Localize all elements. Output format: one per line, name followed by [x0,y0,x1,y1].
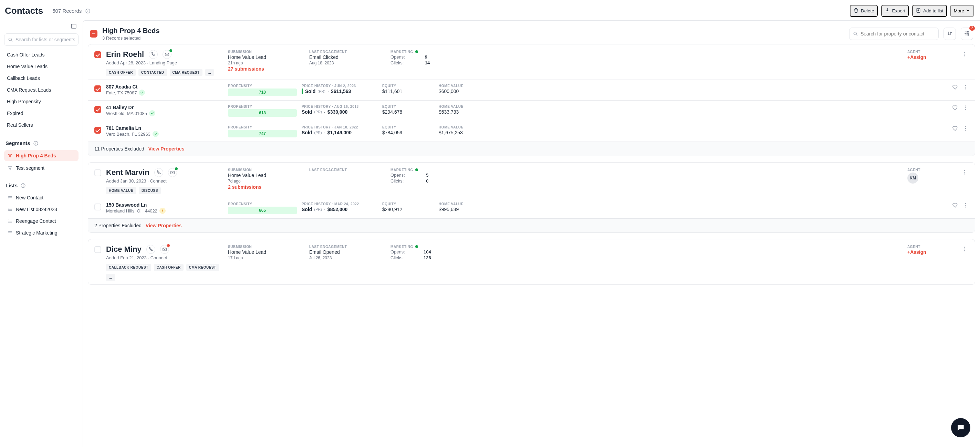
row-menu-button[interactable] [963,126,969,133]
row-checkbox[interactable] [94,246,101,253]
row-checkbox[interactable] [94,169,101,176]
main-search-input[interactable] [849,27,939,40]
property-address[interactable]: 150 Basswood Ln [106,202,223,208]
favorite-button[interactable] [952,105,958,112]
row-checkbox[interactable] [94,51,101,58]
list-item[interactable]: New Contact [4,192,78,203]
tag-chip[interactable]: CASH OFFER [106,69,136,76]
propensity-score: 747 [228,130,297,137]
row-checkbox[interactable] [94,204,101,210]
tag-chip[interactable]: CMA REQUEST [186,264,219,271]
agent-label: AGENT [907,168,956,172]
row-menu-button[interactable] [963,105,969,112]
contact-name[interactable]: Kent Marvin [106,168,150,177]
list-item[interactable]: New List 08242023 [4,204,78,215]
segment-item[interactable]: Test segment [4,162,78,173]
sidebar-nav-item[interactable]: Expired [4,108,78,119]
row-checkbox[interactable] [94,85,101,92]
info-icon[interactable] [85,8,91,14]
favorite-button[interactable] [952,84,958,91]
sidebar-nav-item[interactable]: Home Value Leads [4,61,78,72]
favorite-button[interactable] [952,202,958,209]
row-checkbox[interactable] [94,127,101,134]
tag-chip[interactable]: CMA REQUEST [170,69,202,76]
sidebar-nav-item[interactable]: Cash Offer Leads [4,49,78,60]
add-to-list-button[interactable]: Add to list [912,5,947,17]
delete-button[interactable]: Delete [850,5,878,17]
sort-button[interactable] [943,27,956,40]
sidebar-search-input[interactable] [4,33,78,46]
row-menu-button[interactable] [963,202,969,209]
home-value-value: $600,000 [439,89,490,94]
opens-label: Opens: [390,173,422,178]
excluded-text: 11 Properties Excluded [94,146,144,151]
list-label: New List 08242023 [16,207,57,212]
chat-fab[interactable] [951,418,970,437]
sidebar-nav-item[interactable]: Real Sellers [4,119,78,130]
submission-label: SUBMISSION [228,168,297,172]
tag-chip[interactable]: HOME VALUE [106,187,136,194]
price-history-label: PRICE HISTORY · AUG 16, 2013 [302,105,377,108]
view-properties-link[interactable]: View Properties [148,146,185,151]
phone-icon[interactable] [146,245,155,254]
assign-link[interactable]: +Assign [907,54,956,60]
marketing-label: MARKETING [390,245,445,249]
tag-chip[interactable]: DISCUSS [139,187,161,194]
contact-name[interactable]: Erin Roehl [106,50,144,59]
more-button[interactable]: More [950,5,974,16]
submissions-link[interactable]: 2 submissions [228,184,297,190]
agent-avatar[interactable]: KM [907,173,918,183]
engagement-date: Jul 26, 2023 [309,256,378,260]
property-row: 807 Acadia Ct Fate, TX 75087 PROPENSITY … [88,80,975,100]
tag-chip[interactable]: CASH OFFER [154,264,183,271]
main-panel: High Prop 4 Beds 3 Records selected 2 Er… [83,20,980,447]
phone-icon[interactable] [154,168,163,177]
export-button[interactable]: Export [881,5,909,17]
segments-header[interactable]: Segments [4,138,78,148]
sidebar-nav-item[interactable]: Callback Leads [4,73,78,84]
filter-button[interactable]: 2 [961,27,973,40]
agent-label: AGENT [907,245,956,249]
row-menu-button[interactable] [963,84,969,91]
favorite-button[interactable] [952,126,958,133]
property-address[interactable]: 807 Acadia Ct [106,84,223,89]
engagement-label: LAST ENGAGEMENT [309,168,378,172]
property-row: 41 Bailey Dr Westfield, MA 01085 PROPENS… [88,100,975,121]
contact-name[interactable]: Dice Miny [106,245,142,254]
list-item[interactable]: Reengage Contact [4,216,78,226]
phone-icon[interactable] [149,50,158,59]
property-address[interactable]: 781 Camelia Ln [106,126,223,131]
property-address[interactable]: 41 Bailey Dr [106,105,223,110]
property-city: Moreland Hills, OH 44022 [106,208,223,214]
added-line: Added Feb 21, 2023 · Connect [106,255,223,260]
tag-chip[interactable]: ... [106,274,115,281]
tag-chip[interactable]: ... [205,69,214,76]
submissions-link[interactable]: 27 submissions [228,66,297,72]
tag-chips: CALLBACK REQUESTCASH OFFERCMA REQUEST... [106,264,223,281]
card-menu-button[interactable] [960,245,969,253]
minus-icon [91,31,96,36]
home-value-value: $995,639 [439,207,490,212]
sidebar-nav-item[interactable]: High Propensity [4,96,78,107]
equity-label: EQUITY [382,202,434,206]
segment-item[interactable]: High Prop 4 Beds [4,150,78,161]
lists-header[interactable]: Lists [4,180,78,191]
row-checkbox[interactable] [94,106,101,113]
assign-link[interactable]: +Assign [907,249,956,255]
clicks-value: 0 [426,178,445,183]
property-city: Westfield, MA 01085 [106,110,223,116]
bulk-checkbox[interactable] [90,30,97,38]
propensity-label: PROPENSITY [228,202,297,206]
panel-toggle-button[interactable] [69,22,78,31]
excluded-row: 2 Properties Excluded View Properties [88,218,975,232]
home-value-label: HOME VALUE [439,126,490,129]
lead-type: Home Value Lead [228,54,297,60]
card-menu-button[interactable] [960,50,969,58]
view-properties-link[interactable]: View Properties [146,223,182,228]
card-menu-button[interactable] [960,168,969,176]
tag-chip[interactable]: CALLBACK REQUEST [106,264,151,271]
propensity-score: 618 [228,109,297,117]
tag-chip[interactable]: CONTACTED [138,69,167,76]
sidebar-nav-item[interactable]: CMA Request Leads [4,84,78,95]
list-item[interactable]: Strategic Marketing [4,227,78,238]
